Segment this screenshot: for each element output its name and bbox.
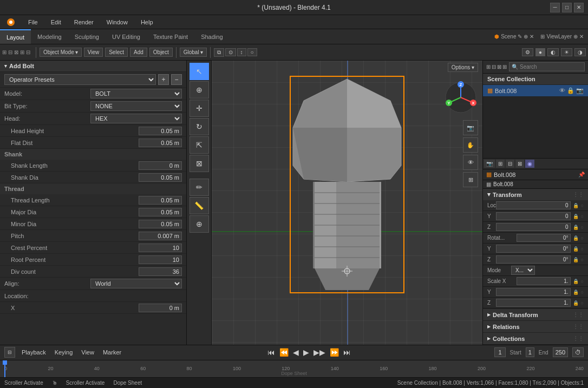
align-select[interactable]: World [90, 279, 182, 288]
start-frame[interactable]: 1 [526, 347, 534, 357]
bit-type-select[interactable]: NONE [90, 101, 182, 111]
minimize-button[interactable]: ─ [550, 3, 560, 12]
transform-section-header[interactable]: ▾ Transform ⋮⋮ [483, 189, 588, 200]
tab-uv-editing[interactable]: UV Editing [106, 29, 147, 44]
prev-keyframe-btn[interactable]: ◀ [293, 348, 299, 357]
mode-select[interactable]: X... [511, 266, 535, 275]
play-btn[interactable]: ▶ [303, 348, 309, 357]
head-select[interactable]: HEX [90, 114, 182, 123]
output-props-icon[interactable]: ⊞ [496, 160, 505, 168]
tab-layout[interactable]: Layout [0, 29, 31, 44]
scale-z-lock[interactable]: 🔒 [573, 300, 579, 306]
root-percent-value[interactable]: 10 [139, 255, 182, 264]
scene-props-icon[interactable]: ⊠ [515, 160, 524, 168]
menu-window[interactable]: Window [104, 18, 130, 27]
menu-blender[interactable] [4, 17, 17, 28]
timeline-menu-btn[interactable]: ⊟ [4, 347, 15, 358]
playhead-handle[interactable] [3, 360, 7, 365]
location-y-field[interactable]: 0 [496, 212, 571, 220]
object-props-icon[interactable]: ◉ [525, 160, 534, 168]
crest-percent-value[interactable]: 10 [139, 244, 182, 252]
cursor-tool-btn[interactable]: ⊕ [190, 81, 209, 98]
snap-btn[interactable]: ⧉ [214, 48, 224, 57]
location-z-lock[interactable]: 🔒 [573, 225, 579, 230]
head-height-value[interactable]: 0.05 m [139, 127, 182, 135]
options-btn[interactable]: ○ [247, 48, 257, 56]
playback-menu[interactable]: Playback [19, 348, 48, 357]
scale-x-field[interactable]: 1. [517, 277, 571, 285]
next-keyframe-btn[interactable]: ▶▶ [313, 348, 325, 357]
collections-header[interactable]: ▸ Collections ⋮⋮ [483, 333, 588, 344]
rotation-y-field[interactable]: 0° [496, 245, 571, 253]
rotation-z-field[interactable]: 0° [496, 255, 571, 264]
menu-file[interactable]: File [26, 18, 40, 27]
location-x-lock[interactable]: 🔒 [573, 203, 579, 208]
proportional-btn[interactable]: ⊙ [225, 48, 236, 56]
menu-render[interactable]: Render [72, 18, 96, 27]
minor-dia-value[interactable]: 0.05 m [139, 220, 182, 228]
shading-ev-btn[interactable]: ◑ [574, 48, 586, 56]
overlay-btn[interactable]: ⚙ [522, 48, 533, 56]
hand-btn[interactable]: ✋ [463, 137, 478, 153]
menu-help[interactable]: Help [139, 18, 155, 27]
rotation-x-lock[interactable]: 🔒 [573, 235, 579, 241]
scale-x-lock[interactable]: 🔒 [573, 279, 579, 284]
jump-start-btn[interactable]: ⏮ [267, 348, 275, 357]
shading-solid-btn[interactable]: ● [535, 48, 545, 56]
presets-add-btn[interactable]: + [158, 74, 169, 85]
marker-menu[interactable]: Marker [101, 348, 123, 357]
move-tool-btn[interactable]: ✛ [190, 100, 209, 117]
keying-menu[interactable]: Keying [53, 348, 75, 357]
transform-tool-btn[interactable]: ⊠ [190, 155, 209, 172]
render-props-icon[interactable]: 📷 [484, 160, 495, 168]
scale-tool-btn[interactable]: ⇱ [190, 136, 209, 154]
view-layer-props-icon[interactable]: ⊟ [506, 160, 514, 168]
object-mode-dropdown[interactable]: Object Mode ▾ [40, 48, 82, 57]
tab-sculpting[interactable]: Sculpting [68, 29, 106, 44]
div-count-value[interactable]: 36 [139, 267, 182, 276]
3d-viewport[interactable]: Z X Y Options ▾ 📷 ✋ 👁 ⊞ [212, 61, 482, 345]
scene-item-bolt008[interactable]: ▦ Bolt.008 👁 🔒 📷 [483, 85, 588, 97]
object-menu[interactable]: Object [149, 48, 173, 57]
tab-texture-paint[interactable]: Texture Paint [147, 29, 194, 44]
select-menu[interactable]: Select [105, 48, 128, 57]
next-frame-btn[interactable]: ⏩ [330, 348, 339, 357]
bolt-3d-object[interactable] [282, 74, 412, 297]
x-value[interactable]: 0 m [139, 304, 182, 312]
shank-dia-value[interactable]: 0.05 m [139, 173, 182, 182]
camera-view-btn[interactable]: 📷 [463, 120, 478, 135]
view-menu[interactable]: View [84, 48, 103, 57]
tab-shading[interactable]: Shading [194, 29, 229, 44]
end-frame[interactable]: 250 [553, 347, 568, 357]
add-tool-btn[interactable]: ⊕ [190, 215, 209, 233]
delta-transform-header[interactable]: ▸ Delta Transform ⋮⋮ [483, 309, 588, 320]
thread-length-value[interactable]: 0.05 m [139, 196, 182, 205]
relations-header[interactable]: ▸ Relations ⋮⋮ [483, 321, 588, 332]
global-dropdown[interactable]: Global ▾ [180, 48, 207, 57]
location-y-lock[interactable]: 🔒 [573, 214, 579, 219]
flat-dist-value[interactable]: 0.05 m [139, 139, 182, 147]
jump-end-btn[interactable]: ⏭ [343, 348, 351, 357]
playhead[interactable] [4, 360, 5, 377]
annotate-tool-btn[interactable]: ✏ [190, 179, 209, 196]
add-bolt-header[interactable]: ▾ Add Bolt [0, 61, 186, 72]
menu-edit[interactable]: Edit [49, 18, 63, 27]
transform-btn[interactable]: ↕ [237, 48, 246, 56]
presets-remove-btn[interactable]: − [171, 74, 182, 85]
pitch-value[interactable]: 0.007 m [139, 232, 182, 240]
grid-btn[interactable]: ⊞ [463, 172, 478, 187]
major-dia-value[interactable]: 0.05 m [139, 208, 182, 216]
shank-length-value[interactable]: 0 m [139, 161, 182, 170]
eye-btn[interactable]: 👁 [463, 155, 478, 170]
location-x-field[interactable]: 0 [496, 201, 571, 209]
location-z-field[interactable]: 0 [496, 223, 571, 231]
current-frame[interactable]: 1 [494, 347, 505, 357]
view-menu[interactable]: View [79, 348, 96, 357]
scale-z-field[interactable]: 1. [496, 299, 571, 307]
viewport-options-btn[interactable]: Options ▾ [448, 63, 478, 72]
operator-presets-select[interactable]: Operator Presets [4, 74, 156, 85]
close-button[interactable]: ✕ [574, 3, 584, 12]
rotate-tool-btn[interactable]: ↻ [190, 118, 209, 135]
outliner-search-input[interactable]: 🔍 Search [509, 62, 585, 71]
rotation-z-lock[interactable]: 🔒 [573, 257, 579, 262]
